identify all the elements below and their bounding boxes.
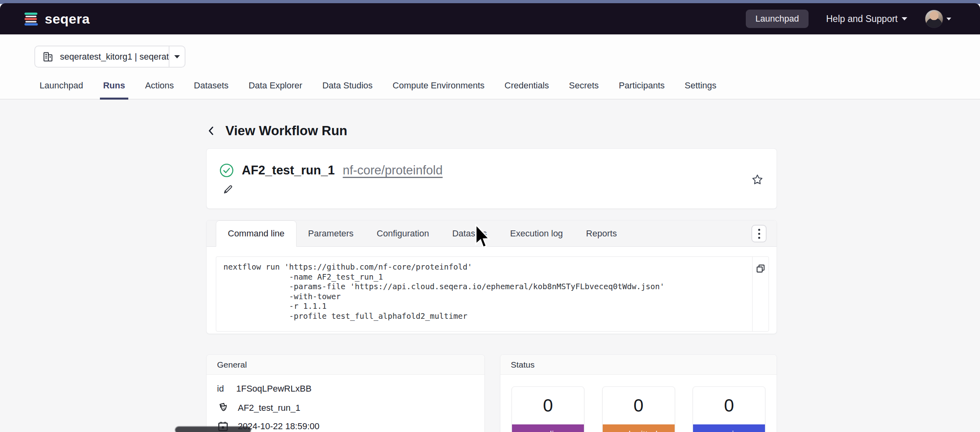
general-card: General id 1FSoqLPewRLxBB AF2_test_run_1 [206, 354, 485, 432]
tab-parameters[interactable]: Parameters [297, 220, 365, 246]
run-id-value: 1FSoqLPewRLxBB [236, 384, 311, 394]
brand[interactable]: seqera [23, 11, 90, 27]
code-line: -profile test_full_alphafold2_multimer [223, 312, 752, 322]
run-detail-tabbar: Command line Parameters Configuration Da… [207, 220, 777, 247]
status-card-header: Status [500, 355, 777, 375]
brand-name: seqera [45, 11, 90, 27]
tab-data-studios[interactable]: Data Studios [321, 80, 373, 99]
launchpad-button[interactable]: Launchpad [746, 10, 809, 28]
tab-datasets[interactable]: Datasets [193, 80, 229, 99]
edit-run-button[interactable] [223, 184, 233, 195]
command-line-box: nextflow run 'https://github.com/nf-core… [216, 256, 769, 332]
tab-command-line[interactable]: Command line [216, 220, 297, 247]
run-header-card: AF2_test_run_1 nf-core/proteinfold [206, 148, 777, 209]
organization-icon [42, 51, 54, 62]
id-label: id [217, 384, 227, 394]
tab-run-datasets[interactable]: Datasets [440, 220, 498, 246]
workspace-dropdown-caret[interactable] [169, 55, 185, 58]
chevron-down-icon [946, 18, 951, 20]
code-line: -with-tower [223, 292, 752, 302]
star-run-button[interactable] [751, 174, 763, 186]
general-id-row: id 1FSoqLPewRLxBB [217, 384, 311, 394]
tab-actions[interactable]: Actions [144, 80, 175, 99]
status-card: Status 0 pending 0 submitted 0 running [500, 354, 777, 432]
code-line: nextflow run 'https://github.com/nf-core… [223, 262, 752, 272]
code-line: -params-file 'https://api.cloud.seqera.i… [223, 282, 752, 292]
back-button[interactable] [206, 124, 217, 138]
running-bar: running [693, 424, 765, 432]
workspace-selector-value: seqeratest_kitorg1 | seqerates... [60, 52, 169, 62]
tab-participants[interactable]: Participants [618, 80, 665, 99]
help-and-support-label: Help and Support [826, 14, 898, 24]
chevron-left-icon [206, 124, 217, 138]
kebab-dot [758, 229, 760, 231]
submitted-count: 0 [603, 387, 675, 424]
tab-execution-log[interactable]: Execution log [498, 220, 574, 246]
status-tile-pending: 0 pending [512, 386, 584, 432]
workspace-selector[interactable]: seqeratest_kitorg1 | seqerates... [34, 46, 185, 68]
copy-column [752, 257, 769, 331]
general-name-row: AF2_test_run_1 [217, 402, 301, 414]
tab-credentials[interactable]: Credentials [504, 80, 550, 99]
run-name: AF2_test_run_1 [242, 163, 335, 178]
run-name-value: AF2_test_run_1 [238, 403, 301, 413]
command-line-code: nextflow run 'https://github.com/nf-core… [216, 257, 752, 331]
run-detail-card: Command line Parameters Configuration Da… [206, 220, 777, 334]
general-card-header: General [207, 355, 484, 375]
tab-compute-environments[interactable]: Compute Environments [392, 80, 485, 99]
running-count: 0 [693, 387, 765, 424]
workspace-nav-tabs: Launchpad Runs Actions Datasets Data Exp… [39, 80, 717, 99]
run-name-masks-icon [217, 402, 229, 414]
run-options-kebab-button[interactable] [751, 225, 767, 242]
user-menu[interactable] [925, 10, 951, 28]
workspace-band: seqeratest_kitorg1 | seqerates... Launch… [0, 34, 980, 100]
submitted-bar: submitted [603, 424, 675, 432]
user-avatar[interactable] [925, 10, 943, 28]
status-tile-running: 0 running [693, 386, 765, 432]
pending-count: 0 [512, 387, 584, 424]
kebab-dot [758, 237, 760, 239]
tab-data-explorer[interactable]: Data Explorer [248, 80, 303, 99]
help-and-support-menu[interactable]: Help and Support [826, 14, 907, 24]
chevron-down-icon [174, 55, 180, 58]
status-tiles: 0 pending 0 submitted 0 running [512, 386, 765, 432]
status-tile-submitted: 0 submitted [602, 386, 675, 432]
tab-launchpad[interactable]: Launchpad [39, 80, 84, 99]
kebab-dot [758, 233, 760, 235]
tab-settings[interactable]: Settings [684, 80, 717, 99]
overlay-artifact [175, 426, 251, 432]
pipeline-repo-link[interactable]: nf-core/proteinfold [343, 163, 443, 178]
pending-bar: pending [512, 424, 584, 432]
chevron-down-icon [902, 17, 907, 20]
top-navbar: seqera Launchpad Help and Support [0, 3, 980, 34]
tab-secrets[interactable]: Secrets [568, 80, 600, 99]
seqera-logo-icon [23, 11, 39, 27]
tab-reports[interactable]: Reports [574, 220, 628, 246]
star-icon [751, 174, 763, 186]
copy-command-button[interactable] [755, 263, 766, 275]
code-line: -r 1.1.1 [223, 302, 752, 312]
tab-configuration[interactable]: Configuration [365, 220, 441, 246]
page-title: View Workflow Run [225, 123, 347, 138]
copy-icon [755, 263, 766, 274]
pencil-icon [223, 184, 233, 195]
success-status-icon [219, 163, 234, 178]
code-line: -name AF2_test_run_1 [223, 272, 752, 282]
tab-runs[interactable]: Runs [102, 80, 126, 99]
page-heading: View Workflow Run [206, 123, 347, 138]
